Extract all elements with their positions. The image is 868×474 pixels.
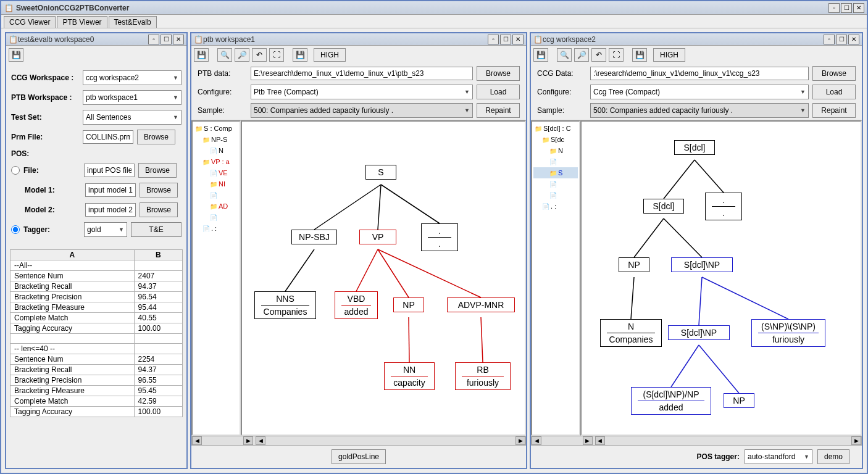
panel-max-icon[interactable]: ☐ <box>836 35 847 44</box>
model2-input[interactable] <box>85 203 136 217</box>
tree-node[interactable]: NP <box>619 257 649 272</box>
tree-node[interactable]: S[dcl]\NP <box>671 257 733 272</box>
pos-browse-button[interactable]: Browse <box>138 163 177 178</box>
svg-line-6 <box>378 249 481 297</box>
tab-test-evalb[interactable]: Test&Evalb <box>109 16 157 28</box>
svg-line-8 <box>481 317 483 362</box>
sample-select[interactable]: 500: Companies added capacity furiously … <box>590 103 809 118</box>
tree-node[interactable]: S <box>365 165 396 180</box>
load-button[interactable]: Load <box>812 85 856 99</box>
undo-icon[interactable]: ↶ <box>591 48 606 62</box>
zoom-out-icon[interactable]: 🔍 <box>217 48 232 62</box>
save-icon[interactable]: 💾 <box>9 48 23 62</box>
hscroll[interactable]: ◀▶ ◀▶ <box>191 436 526 446</box>
tagger-select[interactable]: gold <box>84 222 127 237</box>
pos-file-label: File: <box>23 166 80 175</box>
zoom-in-icon[interactable]: 🔎 <box>574 48 589 62</box>
ccg-diagram[interactable]: S[dcl]S[dcl]..NPS[dcl]\NPNCompaniesS[dcl… <box>580 120 862 436</box>
pos-file-input[interactable] <box>84 164 135 177</box>
save-icon[interactable]: 💾 <box>194 48 209 62</box>
panel-close-icon[interactable]: ✕ <box>848 35 859 44</box>
svg-line-16 <box>671 345 699 387</box>
ccg-ws-select[interactable]: ccg workspace2 <box>83 70 182 85</box>
goldposline-button[interactable]: goldPosLine <box>332 449 386 464</box>
table-cell: Bracketing Precision <box>10 375 135 386</box>
tree-node[interactable]: NP <box>393 297 424 312</box>
zoom-out-icon[interactable]: 🔍 <box>557 48 572 62</box>
fit-icon[interactable]: ⛶ <box>269 48 284 62</box>
svg-line-4 <box>356 249 378 291</box>
tree-node[interactable]: S[dcl] <box>674 140 715 155</box>
ptb-browse-button[interactable]: Browse <box>477 66 520 81</box>
tree-node[interactable]: NNcapacity <box>384 362 435 390</box>
disk-icon[interactable]: 💾 <box>632 48 647 62</box>
tree-node[interactable]: VBDadded <box>335 291 378 319</box>
table-cell: 100.00 <box>134 407 182 417</box>
hscroll[interactable]: ◀▶ ◀▶ <box>531 436 862 446</box>
tree-node[interactable]: .. <box>705 193 742 220</box>
panel-title: test&evalb workspace0 <box>18 35 148 44</box>
panel-close-icon[interactable]: ✕ <box>173 35 184 44</box>
zoom-in-icon[interactable]: 🔎 <box>235 48 249 62</box>
minimize-icon[interactable]: ▫ <box>828 3 840 13</box>
ptb-outline[interactable]: S : CompNP-SNVP : aVENIAD. : <box>191 120 241 436</box>
ptb-ws-select[interactable]: ptb workspace1 <box>83 90 182 105</box>
tree-node[interactable]: S[dcl]\NP <box>668 325 730 340</box>
tree-node[interactable]: NCompanies <box>600 319 662 347</box>
tree-node[interactable]: (S[dcl]\NP)/NPadded <box>631 387 711 415</box>
load-button[interactable]: Load <box>477 85 520 99</box>
ccg-data-label: CCG Data: <box>537 69 586 78</box>
high-button[interactable]: HIGH <box>314 48 346 62</box>
configure-select[interactable]: Ccg Tree (Compact) <box>590 85 809 99</box>
testset-select[interactable]: All Sentences <box>83 110 182 125</box>
tree-node[interactable]: VP <box>359 230 396 244</box>
repaint-button[interactable]: Repaint <box>477 103 520 118</box>
model1-input[interactable] <box>85 183 136 197</box>
ccg-outline[interactable]: S[dcl] : CS[dcNS. : <box>531 120 580 436</box>
tagger-radio[interactable] <box>11 225 20 234</box>
save-icon[interactable]: 💾 <box>533 48 548 62</box>
undo-icon[interactable]: ↶ <box>252 48 267 62</box>
model1-browse-button[interactable]: Browse <box>140 183 178 198</box>
table-cell: Sentence Num <box>10 354 135 365</box>
tree-node[interactable]: S[dcl] <box>643 199 684 214</box>
panel-icon: 📋 <box>194 35 203 44</box>
maximize-icon[interactable]: ☐ <box>841 3 852 13</box>
ptb-data-input[interactable] <box>251 67 473 80</box>
model2-label: Model 2: <box>25 206 81 214</box>
tree-node[interactable]: NP-SBJ <box>291 230 337 244</box>
high-button[interactable]: HIGH <box>653 48 685 62</box>
disk-icon[interactable]: 💾 <box>293 48 307 62</box>
close-icon[interactable]: ✕ <box>853 3 864 13</box>
tree-node[interactable]: (S\NP)\(S\NP)furiously <box>751 319 825 347</box>
demo-button[interactable]: demo <box>817 449 849 464</box>
pos-file-radio[interactable] <box>11 166 20 175</box>
ccg-browse-button[interactable]: Browse <box>812 66 856 81</box>
panel-min-icon[interactable]: ▫ <box>148 35 159 44</box>
sample-label: Sample: <box>537 106 586 115</box>
metrics-table: A B --All--Sentence Num2407Bracketing Re… <box>10 249 183 417</box>
ptb-diagram[interactable]: SNP-SBJVP..NNSCompaniesVBDaddedNPADVP-MN… <box>241 120 526 436</box>
panel-min-icon[interactable]: ▫ <box>488 35 499 44</box>
panel-min-icon[interactable]: ▫ <box>824 35 835 44</box>
panel-max-icon[interactable]: ☐ <box>161 35 172 44</box>
panel-close-icon[interactable]: ✕ <box>512 35 524 44</box>
tab-ccg-viewer[interactable]: CCG Viewer <box>4 16 56 28</box>
model2-browse-button[interactable]: Browse <box>140 202 178 217</box>
tree-node[interactable]: ADVP-MNR <box>447 297 515 312</box>
panel-max-icon[interactable]: ☐ <box>500 35 511 44</box>
ccg-data-input[interactable] <box>590 67 809 80</box>
sample-select[interactable]: 500: Companies added capacity furiously … <box>251 103 473 118</box>
configure-select[interactable]: Ptb Tree (Compact) <box>251 85 473 99</box>
postagger-select[interactable]: auto-standford <box>745 449 812 464</box>
prm-input[interactable] <box>83 130 133 144</box>
tree-node[interactable]: NP <box>724 393 754 408</box>
repaint-button[interactable]: Repaint <box>812 103 856 118</box>
tab-ptb-viewer[interactable]: PTB Viewer <box>57 16 107 28</box>
tree-node[interactable]: .. <box>421 223 458 251</box>
tree-node[interactable]: RBfuriously <box>455 362 511 390</box>
te-button[interactable]: T&E <box>131 222 182 237</box>
tree-node[interactable]: NNSCompanies <box>254 291 316 319</box>
fit-icon[interactable]: ⛶ <box>609 48 624 62</box>
prm-browse-button[interactable]: Browse <box>137 130 175 144</box>
